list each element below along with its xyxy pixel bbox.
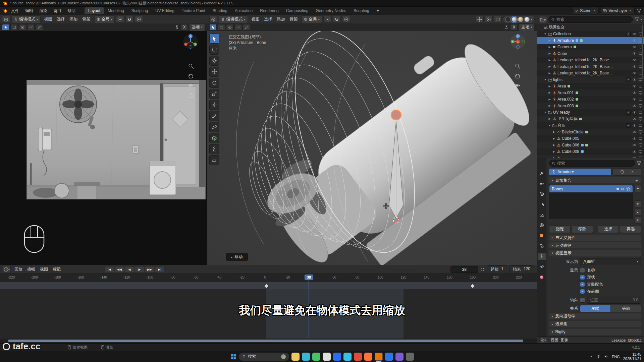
menubar-menu-item[interactable]: 渲染 xyxy=(36,7,50,14)
collection-checkbox[interactable] xyxy=(626,77,631,82)
show-option-checkbox[interactable] xyxy=(580,282,585,287)
show-option-checkbox[interactable] xyxy=(580,289,585,294)
expand-arrow-icon[interactable]: ▶ xyxy=(548,46,551,49)
expand-arrow-icon[interactable]: ▼ xyxy=(543,111,547,114)
outliner-row[interactable]: ▶ Cube.006 xyxy=(537,142,644,148)
outliner-row[interactable]: ▼ 台历 xyxy=(537,122,644,129)
expand-arrow-icon[interactable]: ▼ xyxy=(548,124,551,127)
tool-annotate[interactable] xyxy=(209,111,219,121)
disable-render-icon[interactable] xyxy=(638,117,643,121)
filter-funnel-icon[interactable] xyxy=(637,8,641,13)
outliner-row[interactable]: ▶ Leakage_tdlbbd1c_2K_BaseColor.0 xyxy=(537,70,644,77)
viewport-menu-item[interactable]: 添加 xyxy=(275,16,287,22)
hide-eye-icon[interactable] xyxy=(632,110,637,115)
outliner-row[interactable]: ▶ 卫生间墙体 xyxy=(537,116,644,122)
view-layer-unlink-icon[interactable]: × xyxy=(629,8,632,13)
hide-eye-icon[interactable] xyxy=(632,38,637,43)
unlink-icon[interactable]: × xyxy=(631,170,634,174)
workspace-tab[interactable]: UV Editing xyxy=(152,7,178,14)
outliner-scrollbar[interactable] xyxy=(642,25,643,79)
bone-collection-item[interactable]: Bones xyxy=(549,185,633,192)
hide-eye-icon[interactable] xyxy=(632,149,637,154)
workspace-tab[interactable]: Animation xyxy=(231,7,256,14)
expand-arrow-icon[interactable]: ▶ xyxy=(548,104,551,107)
view-layer-selector[interactable]: ViewLayer × xyxy=(601,7,635,14)
properties-filter-icon[interactable] xyxy=(637,161,641,166)
bone-collection-list-op-button[interactable]: ▾ xyxy=(634,217,641,224)
select-mode-tweak-button[interactable] xyxy=(2,24,9,31)
operator-panel[interactable]: ▸移动 xyxy=(226,253,248,261)
viewport-menu-item[interactable]: 骨架 xyxy=(287,16,300,22)
editor-type-button[interactable] xyxy=(2,16,10,23)
axes-position-slider[interactable]: 位置 0.0 xyxy=(587,297,641,304)
select-mode-circle-button[interactable] xyxy=(226,24,233,31)
taskbar-app-icon[interactable] xyxy=(385,353,393,361)
hide-eye-icon[interactable] xyxy=(632,51,637,56)
viewport-menu-item[interactable]: 视图 xyxy=(42,16,55,22)
expand-arrow-icon[interactable]: ▶ xyxy=(552,130,556,133)
disable-render-icon[interactable] xyxy=(638,90,643,95)
expand-arrow-icon[interactable]: ▶ xyxy=(548,85,551,88)
tool-add-primitive[interactable] xyxy=(209,133,219,143)
outliner-filter-icon[interactable] xyxy=(634,17,639,22)
disable-render-icon[interactable] xyxy=(638,123,643,128)
workspace-tab[interactable]: Layout xyxy=(85,7,104,14)
timeline-playhead-line[interactable] xyxy=(309,274,309,338)
remove-button[interactable]: 移除 xyxy=(572,225,593,233)
disable-render-icon[interactable] xyxy=(638,104,643,108)
image-editor-type-button[interactable]: ▾ xyxy=(539,337,547,343)
motion-paths-section-header[interactable]: ▸运动路径 xyxy=(549,242,641,248)
hide-eye-icon[interactable] xyxy=(632,64,637,69)
workspace-tab[interactable]: Rendering xyxy=(256,7,282,14)
viewport-menu-item[interactable]: 骨架 xyxy=(80,16,93,22)
hide-eye-icon[interactable] xyxy=(632,104,637,108)
hide-eye-icon[interactable] xyxy=(632,143,637,147)
hide-eye-icon[interactable] xyxy=(632,130,637,134)
tool-move[interactable] xyxy=(209,67,219,77)
shading-rendered-button[interactable] xyxy=(524,17,530,22)
timeline-scrollbar-thumb[interactable] xyxy=(8,340,523,342)
selection-sets-section-header[interactable]: ▸选择集 xyxy=(549,321,641,327)
shading-dropdown-icon[interactable]: ▾ xyxy=(531,18,532,21)
taskbar-app-icon[interactable] xyxy=(302,353,310,361)
workspace-tab[interactable]: Geometry Nodes xyxy=(312,7,350,14)
solo-dot-icon[interactable] xyxy=(616,188,619,190)
outliner-row[interactable]: ▶ xyxy=(537,155,644,158)
transport-button[interactable]: ▶| xyxy=(155,266,164,273)
options-dropdown[interactable]: 选项▾ xyxy=(519,23,535,31)
navigation-gizmo[interactable]: Z Y X xyxy=(510,34,526,50)
relation-head-button[interactable]: 头部 xyxy=(611,305,641,312)
relation-tail-button[interactable]: 尾端 xyxy=(580,305,610,312)
transform-orientation-select[interactable]: 全局▾ xyxy=(94,15,115,23)
tool-rotate[interactable] xyxy=(209,78,219,88)
properties-tab-render[interactable] xyxy=(538,180,546,187)
viewport-menu-item[interactable]: 选择 xyxy=(55,16,67,22)
snap-magnet-button[interactable] xyxy=(125,16,133,23)
snap-magnet-button[interactable] xyxy=(333,16,341,23)
viewport-menu-item[interactable]: 视图 xyxy=(249,16,262,22)
camera-view-icon[interactable] xyxy=(515,82,521,88)
current-frame-field[interactable]: 38 xyxy=(450,266,478,273)
zoom-icon[interactable] xyxy=(515,63,521,69)
expand-arrow-icon[interactable]: ▶ xyxy=(548,91,551,94)
properties-search-input[interactable]: 搜索 xyxy=(549,160,635,167)
solo-star-icon[interactable] xyxy=(626,187,630,191)
timeline-scrollbar[interactable] xyxy=(0,339,537,343)
outliner-search-input[interactable]: 搜索 xyxy=(548,16,633,23)
expand-arrow-icon[interactable]: ▶ xyxy=(548,98,551,101)
volume-icon[interactable] xyxy=(604,354,608,359)
tool-tweak[interactable] xyxy=(209,45,219,55)
outliner-row[interactable]: ▼ lights xyxy=(537,76,644,83)
tool-select-box[interactable] xyxy=(209,34,219,44)
outliner-row[interactable]: ▶ Area xyxy=(537,83,644,90)
image-name[interactable]: Leakage_tdlbbd1c xyxy=(611,338,642,342)
hide-eye-icon[interactable] xyxy=(632,90,637,95)
tool-transform[interactable] xyxy=(209,100,219,110)
outliner-row[interactable]: ▼ Collection xyxy=(537,31,644,38)
disable-render-icon[interactable] xyxy=(638,97,643,102)
outliner-row[interactable]: ▶ Cube.005 xyxy=(537,135,644,142)
select-mode-paint-button[interactable] xyxy=(36,24,43,31)
pivot-point-button[interactable] xyxy=(323,16,331,23)
transport-button[interactable]: ▶▶ xyxy=(145,266,154,273)
timeline-menu-item[interactable]: 回放 xyxy=(12,266,25,273)
